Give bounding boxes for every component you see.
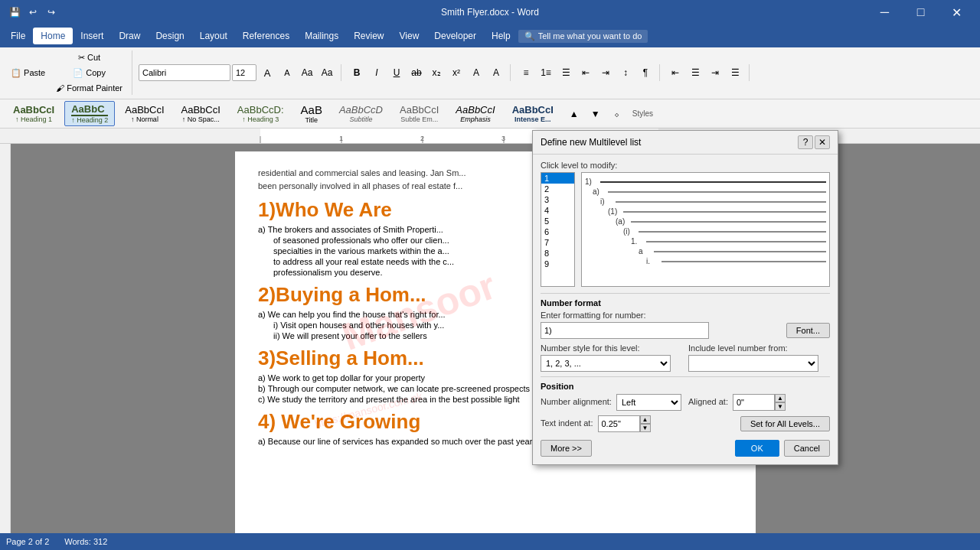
level-item-9[interactable]: 9 <box>541 259 574 269</box>
format-painter-btn[interactable]: 🖌 Format Painter <box>51 81 127 95</box>
undo-btn[interactable]: ↩ <box>24 4 41 21</box>
style-emphasis[interactable]: AaBbCcI Emphasis <box>449 102 501 125</box>
minimize-btn[interactable]: ─ <box>867 0 902 24</box>
increase-font-btn[interactable]: A <box>258 64 276 81</box>
menu-insert[interactable]: Insert <box>73 28 111 44</box>
dialog-title-bar: Define new Multilevel list ? ✕ <box>533 131 838 155</box>
close-btn[interactable]: ✕ <box>939 0 974 24</box>
numbering-btn[interactable]: 1≡ <box>537 64 555 81</box>
highlight-btn[interactable]: A <box>487 64 505 81</box>
level-item-3[interactable]: 3 <box>541 194 574 205</box>
include-level-select[interactable] <box>688 355 818 372</box>
text-indent-up[interactable]: ▲ <box>640 415 651 424</box>
level-item-8[interactable]: 8 <box>541 248 574 259</box>
alignment-select[interactable]: Left Center Right <box>616 394 681 411</box>
preview-line-2: a) <box>593 187 826 196</box>
align-center-btn[interactable]: ☰ <box>686 64 704 81</box>
font-format-section: B I U ab x₂ x² A A <box>348 64 511 81</box>
style-heading3[interactable]: AaBbCcD: ↑ Heading 3 <box>230 102 291 125</box>
styles-scroll-up[interactable]: ▲ <box>565 106 583 122</box>
aligned-at-up[interactable]: ▲ <box>775 394 786 402</box>
style-title[interactable]: AaB Title <box>294 101 329 126</box>
level-item-5[interactable]: 5 <box>541 216 574 226</box>
italic-btn[interactable]: I <box>368 64 386 81</box>
menu-help[interactable]: Help <box>484 28 518 44</box>
level-item-4[interactable]: 4 <box>541 205 574 216</box>
cancel-btn[interactable]: Cancel <box>784 440 830 457</box>
level-item-6[interactable]: 6 <box>541 226 574 237</box>
save-btn[interactable]: 💾 <box>6 4 23 21</box>
style-subtitle[interactable]: AaBbCcD Subtitle <box>332 102 390 125</box>
menu-design[interactable]: Design <box>148 28 191 44</box>
text-indent-down[interactable]: ▼ <box>640 424 651 432</box>
copy-btn[interactable]: 📄 Copy <box>51 66 127 80</box>
more-btn[interactable]: More >> <box>541 440 592 457</box>
define-multilevel-dialog: Define new Multilevel list ? ✕ Click lev… <box>532 130 838 465</box>
menu-view[interactable]: View <box>392 28 427 44</box>
title-bar-left: 💾 ↩ ↪ <box>6 4 60 21</box>
menu-developer[interactable]: Developer <box>426 28 484 44</box>
menu-references[interactable]: References <box>235 28 297 44</box>
level-item-2[interactable]: 2 <box>541 184 574 194</box>
number-style-select[interactable]: 1, 2, 3, ... a, b, c, ... A, B, C, ... i… <box>541 355 671 372</box>
styles-scroll-down[interactable]: ▼ <box>586 106 605 122</box>
align-right-btn[interactable]: ⇥ <box>706 64 724 81</box>
set-for-all-btn[interactable]: Set for All Levels... <box>740 416 830 431</box>
window-title: Smith Flyer.docx - Word <box>441 7 539 18</box>
menu-mailings[interactable]: Mailings <box>297 28 346 44</box>
clear-format-btn[interactable]: Aa <box>298 64 316 81</box>
maximize-btn[interactable]: □ <box>903 0 938 24</box>
menu-layout[interactable]: Layout <box>192 28 235 44</box>
underline-btn[interactable]: U <box>387 64 406 81</box>
superscript-btn[interactable]: x² <box>447 64 466 81</box>
preview-line-6: (i) <box>623 227 826 236</box>
menu-review[interactable]: Review <box>346 28 391 44</box>
svg-text:1: 1 <box>339 135 343 142</box>
sort-btn[interactable]: ↕ <box>616 64 635 81</box>
style-nospace[interactable]: AaBbCcI ↑ No Spac... <box>175 102 227 125</box>
level-item-7[interactable]: 7 <box>541 237 574 248</box>
paste-btn[interactable]: 📋 Paste <box>6 66 50 80</box>
justify-btn[interactable]: ☰ <box>726 64 744 81</box>
font-btn[interactable]: Font... <box>786 323 830 338</box>
decrease-font-btn[interactable]: A <box>278 64 296 81</box>
multilevel-btn[interactable]: ☰ <box>557 64 575 81</box>
aligned-at-input[interactable] <box>733 394 775 411</box>
style-heading1[interactable]: AaBbCcI ↑ Heading 1 <box>6 102 61 125</box>
format-label: Enter formatting for number: <box>541 311 780 320</box>
font-size-input[interactable] <box>232 64 256 81</box>
bold-btn[interactable]: B <box>348 64 366 81</box>
increase-indent-btn[interactable]: ⇥ <box>596 64 615 81</box>
menu-draw[interactable]: Draw <box>111 28 148 44</box>
style-subtleem[interactable]: AaBbCcI Subtle Em... <box>393 102 446 125</box>
aligned-at-down[interactable]: ▼ <box>775 402 786 411</box>
level-item-1[interactable]: 1 <box>541 173 574 184</box>
style-heading2[interactable]: AaBbC ↑ Heading 2 <box>64 101 115 126</box>
strikethrough-btn[interactable]: ab <box>407 64 426 81</box>
change-case-btn[interactable]: Aa <box>318 64 336 81</box>
text-indent-spinner: ▲ ▼ <box>598 415 651 432</box>
cut-btn[interactable]: ✂ Cut <box>51 50 127 65</box>
subscript-btn[interactable]: x₂ <box>427 64 446 81</box>
menu-file[interactable]: File <box>3 28 33 44</box>
align-left-btn[interactable]: ⇤ <box>666 64 684 81</box>
font-name-input[interactable] <box>139 64 230 81</box>
tell-me-bar[interactable]: 🔍 Tell me what you want to do <box>518 30 648 43</box>
preview-line-1: 1) <box>585 177 826 186</box>
text-indent-input[interactable] <box>598 415 640 432</box>
font-color-btn[interactable]: A <box>467 64 485 81</box>
dialog-close-btn[interactable]: ✕ <box>815 135 830 149</box>
show-marks-btn[interactable]: ¶ <box>636 64 655 81</box>
bullets-btn[interactable]: ≡ <box>517 64 535 81</box>
level-list[interactable]: 1 2 3 4 5 6 7 8 9 <box>541 172 575 287</box>
menu-home[interactable]: Home <box>33 28 73 44</box>
number-format-input[interactable] <box>541 322 709 339</box>
decrease-indent-btn[interactable]: ⇤ <box>577 64 595 81</box>
styles-more[interactable]: ⬦ <box>608 106 626 122</box>
tell-me-text: Tell me what you want to do <box>538 31 642 41</box>
redo-btn[interactable]: ↪ <box>43 4 60 21</box>
dialog-help-btn[interactable]: ? <box>798 135 813 149</box>
style-normal[interactable]: AaBbCcI ↑ Normal <box>118 102 171 125</box>
style-intense[interactable]: AaBbCcI Intense E... <box>505 102 560 125</box>
ok-btn[interactable]: OK <box>735 440 779 457</box>
